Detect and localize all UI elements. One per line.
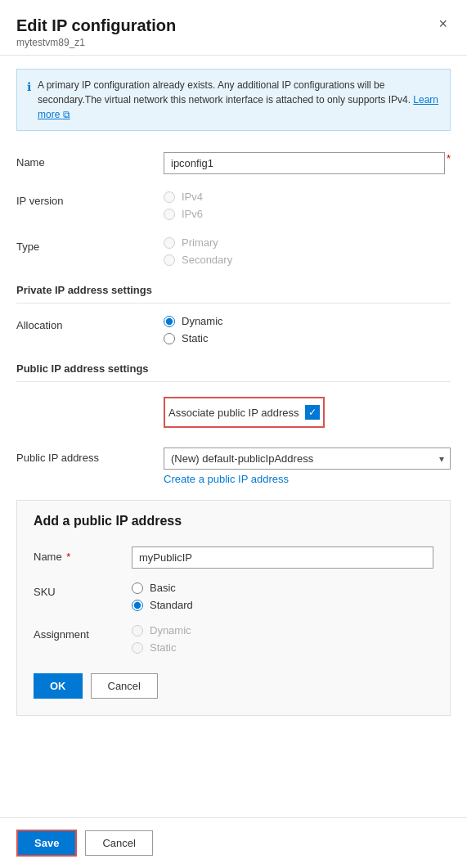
basic-sku-option[interactable]: Basic <box>132 582 433 594</box>
secondary-radio[interactable] <box>164 254 175 266</box>
public-ip-select-wrapper: (New) default-publicIpAddress <box>164 447 451 470</box>
static-allocation-radio[interactable] <box>164 333 175 344</box>
type-label: Type <box>16 236 164 253</box>
sub-assignment-control: Dynamic Static <box>132 624 433 654</box>
associate-checkbox[interactable]: ✓ <box>305 405 320 420</box>
external-link-icon: ⧉ <box>63 109 70 120</box>
ip-version-row: IP version IPv4 IPv6 <box>16 182 451 228</box>
ip-version-control: IPv4 IPv6 <box>164 191 451 220</box>
secondary-option[interactable]: Secondary <box>164 254 451 266</box>
associate-control: Associate public IP address ✓ <box>164 394 451 431</box>
private-ip-section-heading: Private IP address settings <box>16 274 451 299</box>
standard-sku-radio[interactable] <box>132 600 143 611</box>
sub-assignment-row: Assignment Dynamic Static <box>34 618 433 660</box>
sub-name-label: Name * <box>34 546 132 563</box>
sub-panel-footer: OK Cancel <box>34 673 433 699</box>
sub-cancel-button[interactable]: Cancel <box>91 673 158 699</box>
standard-sku-option[interactable]: Standard <box>132 599 433 611</box>
dynamic-assignment-radio[interactable] <box>132 625 143 636</box>
close-button[interactable]: × <box>435 16 451 31</box>
save-button[interactable]: Save <box>16 830 77 857</box>
associate-checkbox-row: Associate public IP address ✓ <box>164 397 325 428</box>
sub-name-input[interactable] <box>132 546 433 569</box>
ipv6-radio[interactable] <box>164 209 175 220</box>
form-body: Name * IP version IPv4 IPv6 Type <box>0 137 467 817</box>
public-ip-row: Public IP address (New) default-publicIp… <box>16 439 451 493</box>
sub-sku-control: Basic Standard <box>132 582 433 611</box>
allocation-control: Dynamic Static <box>164 315 451 344</box>
sub-sku-label: SKU <box>34 582 132 598</box>
associate-text: Associate public IP address <box>168 407 299 419</box>
public-ip-control: (New) default-publicIpAddress Create a p… <box>164 447 451 485</box>
sub-name-row: Name * <box>34 540 433 575</box>
info-text: A primary IP configuration already exist… <box>38 78 440 122</box>
allocation-label: Allocation <box>16 315 164 331</box>
panel-title: Edit IP configuration <box>16 16 176 35</box>
sub-name-required: * <box>66 551 70 563</box>
public-ip-section-heading: Public IP address settings <box>16 353 451 378</box>
dynamic-allocation-radio[interactable] <box>164 316 175 327</box>
basic-sku-radio[interactable] <box>132 582 143 594</box>
primary-radio[interactable] <box>164 237 175 249</box>
ip-version-label: IP version <box>16 191 164 207</box>
name-row: Name * <box>16 144 451 182</box>
sub-sku-row: SKU Basic Standard <box>34 575 433 618</box>
sub-assignment-label: Assignment <box>34 624 132 641</box>
cancel-button[interactable]: Cancel <box>85 830 152 856</box>
type-row: Type Primary Secondary <box>16 228 451 274</box>
name-label: Name <box>16 152 164 169</box>
static-assignment-radio[interactable] <box>132 642 143 654</box>
primary-option[interactable]: Primary <box>164 236 451 249</box>
type-control: Primary Secondary <box>164 236 451 266</box>
create-public-ip-link[interactable]: Create a public IP address <box>164 473 451 485</box>
name-required-star: * <box>447 152 451 164</box>
ok-button[interactable]: OK <box>34 673 83 699</box>
ipv6-option[interactable]: IPv6 <box>164 208 451 220</box>
info-icon: ℹ <box>27 79 31 122</box>
sub-name-control <box>132 546 433 569</box>
name-control <box>164 152 445 174</box>
dynamic-assignment-option[interactable]: Dynamic <box>132 624 433 636</box>
dynamic-allocation-option[interactable]: Dynamic <box>164 315 451 327</box>
add-public-ip-panel: Add a public IP address Name * SKU Basic <box>16 500 451 716</box>
sub-panel-title: Add a public IP address <box>34 514 433 528</box>
associate-label-spacer <box>16 394 164 398</box>
ipv4-option[interactable]: IPv4 <box>164 191 451 203</box>
edit-ip-config-panel: Edit IP configuration mytestvm89_z1 × ℹ … <box>0 0 467 868</box>
static-allocation-option[interactable]: Static <box>164 332 451 344</box>
info-banner: ℹ A primary IP configuration already exi… <box>16 69 451 131</box>
associate-row: Associate public IP address ✓ <box>16 385 451 439</box>
public-ip-select[interactable]: (New) default-publicIpAddress <box>164 447 451 470</box>
panel-header: Edit IP configuration mytestvm89_z1 × <box>0 0 467 56</box>
ipv4-radio[interactable] <box>164 191 175 203</box>
name-input[interactable] <box>164 152 445 174</box>
header-text: Edit IP configuration mytestvm89_z1 <box>16 16 176 48</box>
checkmark-icon: ✓ <box>308 407 317 418</box>
static-assignment-option[interactable]: Static <box>132 641 433 654</box>
allocation-row: Allocation Dynamic Static <box>16 307 451 353</box>
public-ip-label: Public IP address <box>16 447 164 464</box>
panel-footer: Save Cancel <box>0 817 467 868</box>
panel-subtitle: mytestvm89_z1 <box>16 37 176 48</box>
